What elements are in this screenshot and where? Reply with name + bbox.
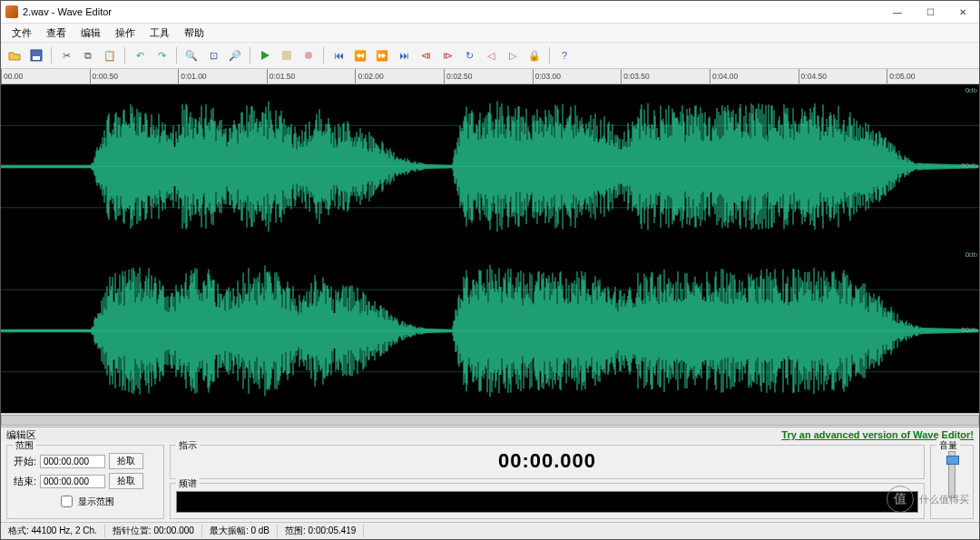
skip-start-button[interactable]: ⏮ [328,45,348,65]
skip-end-button[interactable]: ⏭ [394,45,414,65]
status-pointer: 指针位置: 00:00.000 [105,525,202,537]
forward-button[interactable]: ⏩ [372,45,392,65]
status-format: 格式: 44100 Hz, 2 Ch. [1,525,105,537]
menu-编辑[interactable]: 编辑 [74,25,108,42]
horizontal-scrollbar[interactable] [1,413,979,427]
waveform-right-channel[interactable]: 0db-90db [1,249,979,413]
ruler-tick: 0:05.00 [887,69,915,84]
lock-button[interactable]: 🔒 [524,45,544,65]
time-ruler[interactable]: 00.000:00.500:01.000:01.500:02.000:02.50… [1,69,979,84]
volume-slider[interactable] [948,451,956,498]
zoom-fit-button[interactable]: ⊡ [203,45,223,65]
ruler-tick: 0:01.50 [267,69,295,84]
titlebar[interactable]: 2.wav - Wave Editor — ☐ ✕ [1,1,979,24]
menu-帮助[interactable]: 帮助 [177,25,211,42]
volume-group: 音量 [930,445,974,519]
zoom-in-button[interactable]: 🔍 [181,45,201,65]
waveform-left-channel[interactable]: 0db-90db [1,84,979,249]
rewind-button[interactable]: ⏪ [350,45,370,65]
undo-button[interactable]: ↶ [130,45,150,65]
range-legend: 范围 [13,439,36,452]
app-window: 2.wav - Wave Editor — ☐ ✕ 文件查看编辑操作工具帮助 ✂… [0,0,980,540]
help-button[interactable]: ? [554,45,574,65]
scrollbar-thumb[interactable] [1,415,979,426]
indicator-group: 指示 00:00.000 [170,445,925,479]
app-icon [5,5,18,18]
spectrum-legend: 频谱 [176,477,200,490]
svg-point-3 [305,52,312,59]
stop-button[interactable] [277,45,297,65]
zoom-out-button[interactable]: 🔎 [225,45,245,65]
nudge-l-button[interactable]: ◁ [481,45,501,65]
toolbar: ✂⧉📋↶↷🔍⊡🔎⏮⏪⏩⏭⧏⧐↻◁▷🔒? [1,43,979,69]
indicator-legend: 指示 [176,439,200,452]
marker-l-button[interactable]: ⧏ [416,45,436,65]
volume-legend: 音量 [936,439,960,452]
close-button[interactable]: ✕ [946,1,979,23]
menu-文件[interactable]: 文件 [5,25,39,42]
redo-button[interactable]: ↷ [152,45,172,65]
spectrum-group: 频谱 [170,483,925,519]
spectrum-display [176,491,918,513]
start-input[interactable] [40,455,105,468]
start-label: 开始: [13,455,36,468]
waveform-area: 0db-90db 0db-90db [1,84,979,427]
time-display: 00:00.000 [176,449,918,473]
ruler-tick: 0:03.50 [621,69,649,84]
show-range-label: 显示范围 [78,496,114,508]
window-title: 2.wav - Wave Editor [23,6,112,17]
svg-rect-2 [282,51,291,60]
ruler-tick: 0:04.00 [710,69,738,84]
status-range: 范围: 0:00:05.419 [278,525,364,537]
record-button[interactable] [299,45,318,65]
volume-thumb[interactable] [946,456,959,465]
menu-查看[interactable]: 查看 [39,25,74,42]
copy-button[interactable]: ⧉ [78,45,98,65]
range-group: 范围 开始: 拾取 结束: 拾取 显示范围 [6,445,164,519]
menu-操作[interactable]: 操作 [108,25,142,42]
edit-panel: 编辑区 Try an advanced version of Wave Edit… [1,427,979,522]
pick-end-button[interactable]: 拾取 [109,473,143,489]
cut-button[interactable]: ✂ [56,45,76,65]
open-button[interactable] [5,45,24,65]
save-button[interactable] [26,45,46,65]
ruler-tick: 0:02.50 [444,69,472,84]
pick-start-button[interactable]: 拾取 [109,453,143,469]
ruler-tick: 0:00.50 [90,69,118,84]
status-bar: 格式: 44100 Hz, 2 Ch. 指针位置: 00:00.000 最大振幅… [1,522,979,539]
paste-button[interactable]: 📋 [100,45,120,65]
svg-rect-1 [33,56,40,60]
ruler-tick: 0:02.00 [355,69,383,84]
minimize-button[interactable]: — [881,1,914,23]
show-range-checkbox[interactable] [61,496,73,507]
ruler-tick: 00.00 [1,69,23,84]
loop-button[interactable]: ↻ [459,45,479,65]
end-label: 结束: [13,475,36,488]
ruler-tick: 0:04.50 [799,69,827,84]
end-input[interactable] [40,475,105,488]
status-peak: 最大振幅: 0 dB [202,525,278,537]
maximize-button[interactable]: ☐ [914,1,946,23]
ruler-tick: 0:01.00 [178,69,206,84]
play-button[interactable] [255,45,275,65]
ruler-tick: 0:03.00 [533,69,561,84]
menu-工具[interactable]: 工具 [142,25,177,42]
menubar: 文件查看编辑操作工具帮助 [1,24,979,43]
nudge-r-button[interactable]: ▷ [503,45,523,65]
marker-r-button[interactable]: ⧐ [437,45,457,65]
